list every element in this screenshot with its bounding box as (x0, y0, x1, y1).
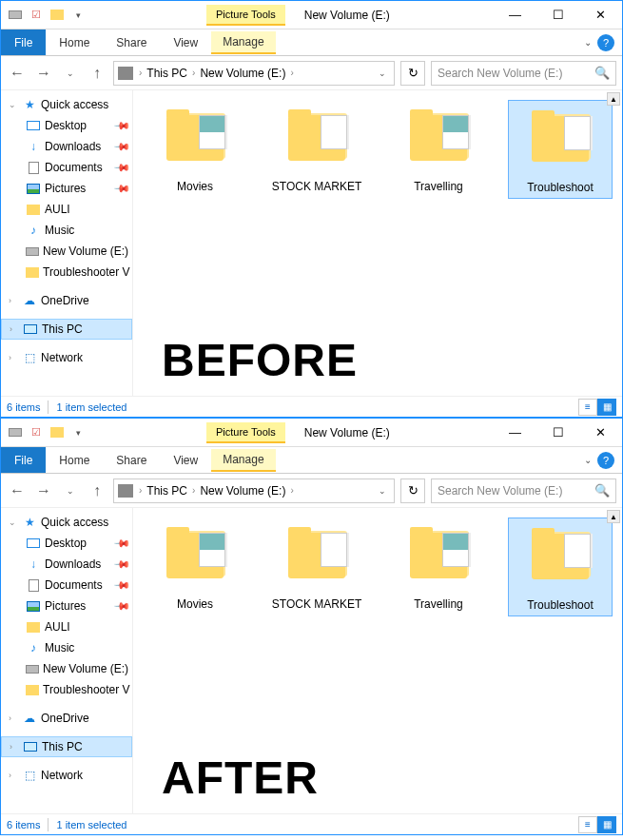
ribbon-expand-icon[interactable]: ⌄ (584, 37, 592, 48)
folder-item[interactable]: STOCK MARKET (264, 100, 369, 193)
search-input[interactable]: Search New Volume (E:) 🔍 (431, 479, 616, 503)
details-view-button[interactable]: ≡ (578, 816, 597, 833)
new-folder-icon[interactable] (49, 7, 66, 24)
recent-dropdown-icon[interactable]: ⌄ (60, 63, 81, 84)
sidebar-group-label: This PC (42, 740, 83, 753)
sidebar-item[interactable]: Desktop 📌 (1, 533, 132, 554)
qat-dropdown-icon[interactable]: ▾ (69, 7, 87, 24)
folder-item[interactable]: STOCK MARKET (264, 518, 369, 611)
sidebar-onedrive[interactable]: › ☁ OneDrive (1, 290, 132, 311)
address-dropdown-icon[interactable]: ⌄ (375, 486, 390, 496)
sidebar-item[interactable]: ♪ Music (1, 220, 132, 241)
address-bar[interactable]: › This PC › New Volume (E:) › ⌄ (113, 61, 395, 86)
drive-icon (118, 67, 133, 80)
forward-button[interactable]: → (33, 63, 54, 84)
sidebar-item[interactable]: New Volume (E:) (1, 241, 132, 262)
sidebar-item[interactable]: Pictures 📌 (1, 178, 132, 199)
ribbon-tab[interactable]: Home (46, 454, 103, 467)
back-button[interactable]: ← (7, 63, 28, 84)
refresh-button[interactable]: ↻ (400, 479, 425, 503)
new-folder-icon[interactable] (49, 424, 66, 441)
sidebar-item-label: Music (45, 641, 74, 654)
folder-item[interactable]: Troubleshoot (508, 100, 613, 199)
sidebar-thispc[interactable]: › This PC (1, 736, 132, 757)
address-dropdown-icon[interactable]: ⌄ (375, 68, 390, 78)
icons-view-button[interactable]: ▦ (597, 399, 616, 416)
expand-icon[interactable]: › (10, 324, 19, 334)
ribbon-context-tab[interactable]: Manage (211, 449, 275, 472)
maximize-button[interactable]: ☐ (536, 2, 579, 29)
sidebar-quickaccess[interactable]: ⌄ ★ Quick access (1, 512, 132, 533)
help-icon[interactable]: ? (597, 452, 614, 469)
expand-icon[interactable]: › (9, 353, 18, 362)
close-button[interactable]: ✕ (579, 420, 622, 446)
ribbon-tab[interactable]: View (160, 454, 211, 467)
sidebar-thispc[interactable]: › This PC (1, 319, 132, 340)
sidebar-item[interactable]: Troubleshooter V (1, 262, 132, 283)
breadcrumb-segment[interactable]: New Volume (E:) (197, 67, 288, 80)
minimize-button[interactable]: — (494, 2, 536, 29)
sidebar-item[interactable]: AULI (1, 616, 132, 637)
qat-dropdown-icon[interactable]: ▾ (69, 424, 87, 441)
up-button[interactable]: ↑ (87, 480, 107, 501)
sidebar-item[interactable]: ↓ Downloads 📌 (1, 554, 132, 575)
folder-item[interactable]: Movies (143, 100, 247, 193)
folder-item[interactable]: Movies (143, 518, 247, 611)
ribbon-tab[interactable]: View (160, 36, 211, 49)
details-view-button[interactable]: ≡ (578, 399, 597, 416)
close-button[interactable]: ✕ (579, 2, 622, 29)
sidebar-network[interactable]: › ⬚ Network (1, 347, 132, 368)
expand-icon[interactable]: › (9, 771, 18, 780)
sidebar-item[interactable]: Troubleshooter V (1, 679, 132, 700)
scroll-up-button[interactable]: ▲ (607, 92, 620, 106)
breadcrumb-segment[interactable]: This PC (144, 67, 190, 80)
ribbon-expand-icon[interactable]: ⌄ (584, 455, 592, 465)
sidebar-item[interactable]: New Volume (E:) (1, 658, 132, 679)
expand-icon[interactable]: › (9, 296, 18, 305)
help-icon[interactable]: ? (597, 34, 614, 51)
breadcrumb-segment[interactable]: This PC (144, 484, 190, 498)
maximize-button[interactable]: ☐ (536, 420, 579, 446)
collapse-icon[interactable]: ⌄ (9, 100, 18, 109)
sidebar-item-label: Downloads (45, 557, 101, 571)
sidebar-onedrive[interactable]: › ☁ OneDrive (1, 708, 132, 729)
collapse-icon[interactable]: ⌄ (9, 518, 18, 527)
recent-dropdown-icon[interactable]: ⌄ (60, 480, 81, 501)
expand-icon[interactable]: › (10, 742, 19, 752)
sidebar-item[interactable]: Documents 📌 (1, 575, 132, 596)
file-tab[interactable]: File (1, 29, 46, 55)
up-button[interactable]: ↑ (87, 63, 107, 84)
sidebar-quickaccess[interactable]: ⌄ ★ Quick access (1, 94, 132, 115)
sidebar-item[interactable]: AULI (1, 199, 132, 220)
file-tab[interactable]: File (1, 447, 46, 473)
search-input[interactable]: Search New Volume (E:) 🔍 (431, 61, 616, 86)
refresh-button[interactable]: ↻ (400, 61, 425, 86)
expand-icon[interactable]: › (9, 713, 18, 723)
breadcrumb-segment[interactable]: New Volume (E:) (197, 484, 288, 498)
properties-icon[interactable]: ☑ (28, 7, 45, 24)
sidebar-network[interactable]: › ⬚ Network (1, 765, 132, 786)
ribbon-tab[interactable]: Share (103, 36, 160, 49)
properties-icon[interactable]: ☑ (28, 424, 45, 441)
folder-item[interactable]: Travelling (386, 100, 491, 193)
address-bar[interactable]: › This PC › New Volume (E:) › ⌄ (113, 479, 395, 503)
sidebar-item[interactable]: Documents 📌 (1, 157, 132, 178)
chevron-right-icon: › (137, 68, 144, 78)
ribbon-context-tab[interactable]: Manage (211, 31, 275, 54)
sidebar-item[interactable]: ↓ Downloads 📌 (1, 136, 132, 157)
sidebar-item-label: Music (45, 224, 74, 237)
content-pane[interactable]: ▲ Movies STOCK MARKET Travelling (133, 90, 622, 396)
folder-item[interactable]: Travelling (386, 518, 491, 611)
forward-button[interactable]: → (33, 480, 54, 501)
ribbon-tab[interactable]: Home (46, 36, 103, 49)
content-pane[interactable]: ▲ Movies STOCK MARKET Travelling (133, 508, 622, 813)
back-button[interactable]: ← (7, 480, 28, 501)
ribbon-tab[interactable]: Share (103, 454, 160, 467)
icons-view-button[interactable]: ▦ (597, 816, 616, 833)
scroll-up-button[interactable]: ▲ (607, 510, 620, 523)
folder-item[interactable]: Troubleshoot (508, 518, 613, 616)
minimize-button[interactable]: — (494, 420, 536, 446)
sidebar-item[interactable]: Desktop 📌 (1, 115, 132, 136)
sidebar-item[interactable]: Pictures 📌 (1, 596, 132, 616)
sidebar-item[interactable]: ♪ Music (1, 637, 132, 658)
